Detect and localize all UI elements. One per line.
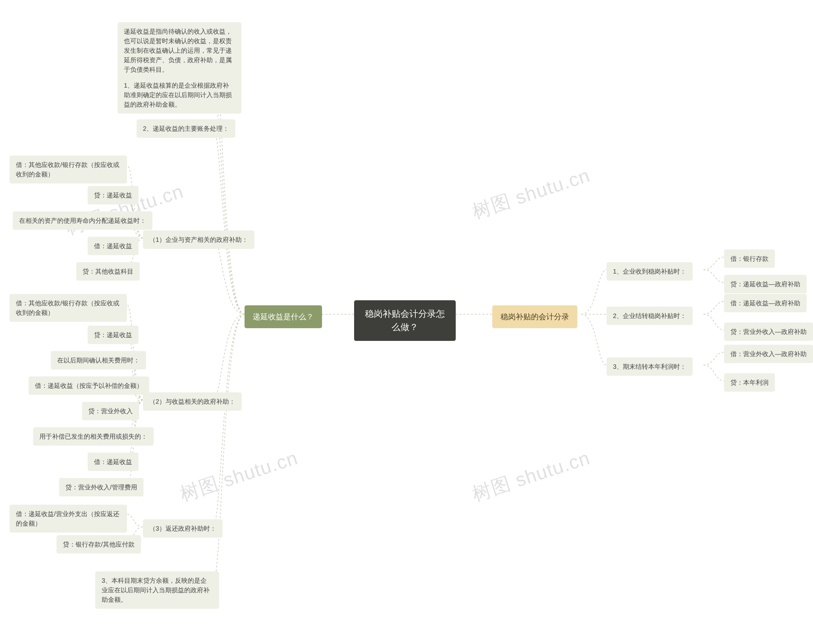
- left-sub1-l2: 贷：递延收益: [87, 186, 138, 204]
- right-r2-title[interactable]: 2、企业结转稳岗补贴时：: [607, 307, 693, 325]
- left-sub1-l5: 贷：其他收益科目: [76, 262, 140, 281]
- branch-right[interactable]: 稳岗补贴的会计分录: [492, 305, 577, 328]
- right-r2-l2: 贷：营业外收入—政府补助: [724, 323, 813, 341]
- left-sub1-l1: 借：其他应收款/银行存款（按应收或收到的金额）: [9, 156, 127, 184]
- left-sub2-l2: 贷：递延收益: [87, 326, 138, 344]
- left-sub1-l4: 借：递延收益: [87, 237, 138, 255]
- left-sub2-title[interactable]: （2）与收益相关的政府补助：: [143, 392, 242, 411]
- left-point2: 2、递延收益的主要账务处理：: [137, 119, 235, 138]
- watermark: 树图 shutu.cn: [177, 445, 301, 507]
- right-r1-title[interactable]: 1、企业收到稳岗补贴时：: [607, 262, 693, 281]
- left-intro: 递延收益是指尚待确认的收入或收益，也可以说是暂时未确认的收益，是权责发生制在收益…: [118, 22, 241, 79]
- left-sub2-l1: 借：其他应收款/银行存款（按应收或收到的金额）: [9, 294, 127, 322]
- left-sub3-title[interactable]: （3）返还政府补助时：: [143, 519, 222, 538]
- left-sub2-l7: 借：递延收益: [87, 453, 138, 471]
- left-sub2-l3: 在以后期间确认相关费用时：: [51, 351, 146, 369]
- right-r1-l1: 借：银行存款: [724, 249, 775, 268]
- branch-left[interactable]: 递延收益是什么？: [244, 305, 322, 328]
- root-node[interactable]: 稳岗补贴会计分录怎么做？: [354, 300, 456, 341]
- right-r1-l2: 贷：递延收益—政府补助: [724, 275, 807, 293]
- left-point3: 3、本科目期末贷方余额，反映的是企业应在以后期间计入当期损益的政府补助金额。: [95, 571, 219, 609]
- left-sub1-title[interactable]: （1）企业与资产相关的政府补助：: [143, 231, 255, 249]
- left-point1: 1、递延收益核算的是企业根据政府补助准则确定的应在以后期间计入当期损益的政府补助…: [118, 76, 241, 114]
- left-sub2-l8: 贷：营业外收入/管理费用: [59, 478, 144, 496]
- right-r3-l1: 借：营业外收入—政府补助: [724, 345, 813, 363]
- right-r3-title[interactable]: 3、期末结转本年利润时：: [607, 357, 693, 376]
- watermark: 树图 shutu.cn: [469, 162, 594, 225]
- left-sub2-l4: 借：递延收益（按应予以补偿的金额）: [29, 376, 149, 395]
- right-r2-l1: 借：递延收益—政府补助: [724, 294, 807, 312]
- left-sub3-l2: 贷：银行存款/其他应付款: [57, 535, 141, 554]
- watermark: 树图 shutu.cn: [469, 445, 594, 507]
- left-sub1-l3: 在相关的资产的使用寿命内分配递延收益时：: [13, 211, 152, 230]
- left-sub2-l6: 用于补偿已发生的相关费用或损失的：: [33, 427, 154, 446]
- right-r3-l2: 贷：本年利润: [724, 373, 775, 392]
- left-sub2-l5: 贷：营业外收入: [82, 402, 139, 420]
- left-sub3-l1: 借：递延收益/营业外支出（按应返还的金额）: [9, 505, 127, 532]
